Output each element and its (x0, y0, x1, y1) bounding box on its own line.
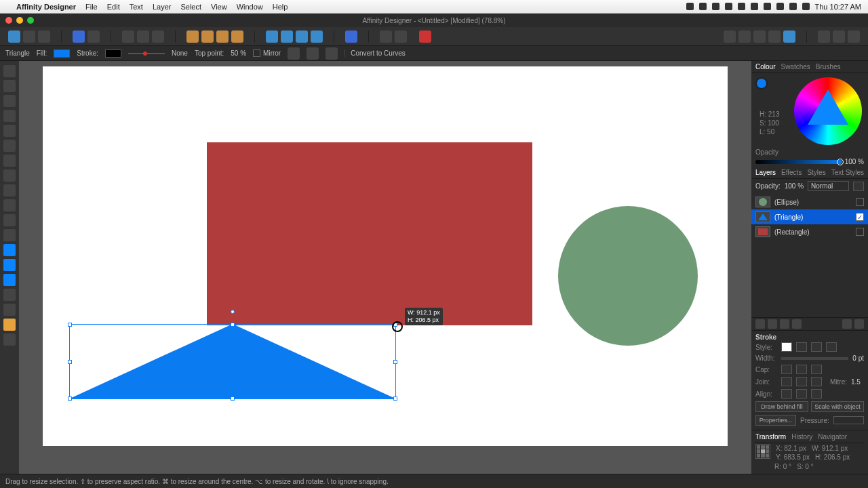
frame-text-tool-icon[interactable] (3, 304, 16, 316)
brush-tool-icon[interactable] (3, 155, 16, 167)
stroke-width-slider[interactable] (781, 357, 848, 360)
tray-icon[interactable] (751, 3, 758, 10)
account-icon[interactable] (833, 30, 845, 43)
stroke-style-brush-icon[interactable] (826, 342, 837, 352)
join-miter-icon[interactable] (781, 377, 792, 386)
tab-effects[interactable]: Effects (781, 169, 802, 176)
stroke-style-dash-icon[interactable] (811, 342, 822, 352)
record-icon[interactable] (419, 30, 431, 43)
menu-layer[interactable]: Layer (153, 3, 172, 11)
cap-round-icon[interactable] (796, 365, 807, 374)
opacity-slider[interactable] (755, 160, 842, 164)
stroke-none[interactable]: None (172, 49, 188, 57)
triangle-tool-icon[interactable] (3, 274, 16, 286)
transparency-tool-icon[interactable] (3, 184, 16, 197)
persona-export-icon[interactable] (38, 30, 50, 43)
tab-text-styles[interactable]: Text Styles (831, 169, 864, 176)
transform-origin-icon[interactable] (288, 47, 300, 60)
text-tool-icon[interactable] (3, 289, 16, 301)
move-tool-icon[interactable] (3, 65, 16, 77)
order-front-icon[interactable] (186, 30, 199, 43)
boolean-add-icon[interactable] (724, 30, 736, 43)
boolean-intersect-icon[interactable] (753, 30, 766, 43)
rectangle-shape[interactable] (207, 142, 532, 325)
pencil-tool-icon[interactable] (3, 140, 16, 152)
ellipse-shape[interactable] (558, 206, 698, 346)
tray-icon[interactable] (712, 3, 719, 10)
clock[interactable]: Thu 10:27 AM (815, 3, 862, 11)
boolean-divide-icon[interactable] (768, 30, 781, 43)
wifi-icon[interactable] (789, 3, 797, 10)
selection-handle[interactable] (393, 360, 397, 364)
canvas[interactable]: W: 912.1 px H: 206.5 px (43, 66, 728, 446)
layer-options-icon[interactable] (853, 182, 864, 191)
align-right-icon[interactable] (152, 30, 164, 43)
selection-handle[interactable] (68, 396, 72, 401)
persona-designer-icon[interactable] (8, 30, 20, 43)
menu-file[interactable]: File (85, 3, 98, 11)
rotate-cw-icon[interactable] (311, 30, 323, 43)
pen-tool-icon[interactable] (3, 125, 16, 137)
app-name[interactable]: Affinity Designer (16, 3, 76, 11)
join-bevel-icon[interactable] (811, 377, 822, 386)
selection-box[interactable] (69, 324, 396, 399)
ellipse-tool-icon[interactable] (3, 259, 16, 271)
distribute-icon[interactable] (345, 30, 357, 43)
menu-edit[interactable]: Edit (107, 3, 120, 11)
stroke-width-slider[interactable] (128, 53, 165, 54)
add-layer-icon[interactable] (842, 319, 852, 329)
transform-x[interactable]: X: 82.1 px (776, 445, 806, 452)
top-point-value[interactable]: 50 % (231, 49, 246, 57)
pressure-curve[interactable] (833, 416, 864, 424)
draw-behind-button[interactable]: Draw behind fill (755, 401, 808, 412)
rotate-ccw-icon[interactable] (296, 30, 308, 43)
place-tool-icon[interactable] (3, 199, 16, 211)
adjustment-icon[interactable] (768, 319, 777, 329)
flip-v-icon[interactable] (281, 30, 293, 43)
selection-handle[interactable] (393, 396, 397, 401)
layer-visible-checkbox[interactable] (856, 198, 864, 206)
opacity-value[interactable]: 100 % (845, 158, 864, 165)
layer-row[interactable]: (Ellipse) (751, 195, 868, 209)
stroke-style-solid-icon[interactable] (796, 342, 807, 352)
selection-handle[interactable] (68, 360, 72, 364)
tab-styles[interactable]: Styles (807, 169, 825, 176)
transform-y[interactable]: Y: 683.5 px (776, 453, 810, 461)
close-window[interactable] (5, 17, 12, 24)
tray-icon[interactable] (686, 3, 694, 10)
help-icon[interactable] (848, 30, 860, 43)
tray-icon[interactable] (738, 3, 745, 10)
fill-tool-icon[interactable] (3, 169, 16, 182)
tab-layers[interactable]: Layers (755, 169, 776, 176)
selection-handle[interactable] (68, 323, 72, 327)
zoom-tool-icon[interactable] (3, 333, 16, 346)
order-back-icon[interactable] (231, 30, 243, 43)
corner-tool-icon[interactable] (3, 110, 16, 122)
selection-handle[interactable] (231, 396, 235, 401)
tab-swatches[interactable]: Swatches (781, 63, 810, 70)
join-round-icon[interactable] (796, 377, 807, 386)
menu-window[interactable]: Window (237, 3, 263, 11)
boolean-subtract-icon[interactable] (738, 30, 751, 43)
menu-text[interactable]: Text (130, 3, 143, 11)
anchor-picker[interactable] (755, 444, 770, 459)
transform-r[interactable]: R: 0 ° (774, 463, 791, 470)
align-center-icon[interactable] (781, 389, 792, 399)
canvas-area[interactable]: W: 912.1 px H: 206.5 px (19, 61, 751, 474)
cap-square-icon[interactable] (811, 365, 822, 374)
crop-tool-icon[interactable] (3, 214, 16, 226)
menu-select[interactable]: Select (180, 3, 201, 11)
tab-navigator[interactable]: Navigator (818, 433, 847, 441)
color-triangle[interactable] (808, 89, 848, 125)
stroke-style-none-icon[interactable] (781, 342, 792, 352)
layer-visible-checkbox[interactable] (856, 228, 864, 236)
selection-handle[interactable] (231, 323, 235, 327)
transform-h[interactable]: H: 206.5 px (815, 453, 850, 461)
layer-opacity-value[interactable]: 100 % (785, 182, 804, 190)
layer-row[interactable]: (Triangle) ✓ (751, 209, 868, 224)
delete-layer-icon[interactable] (854, 319, 864, 329)
transform-s[interactable]: S: 0 ° (797, 463, 814, 470)
properties-button[interactable]: Properties... (755, 415, 796, 426)
color-wheel[interactable] (794, 77, 862, 145)
stroke-width-value[interactable]: 0 pt (852, 354, 864, 362)
